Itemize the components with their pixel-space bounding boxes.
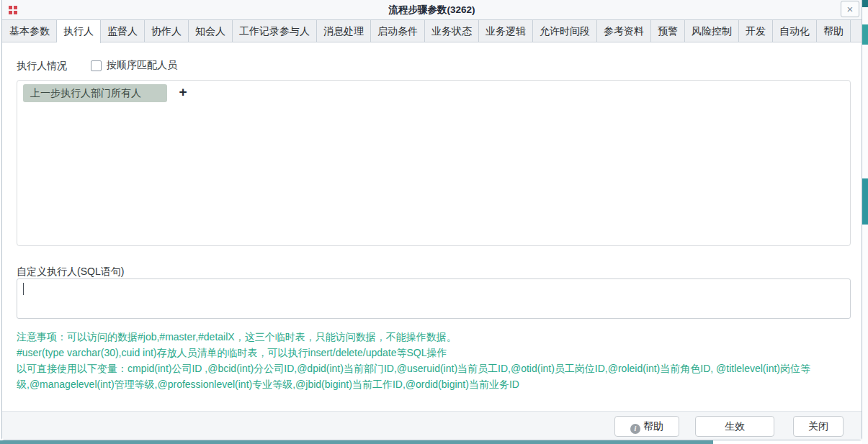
executor-chip[interactable]: 上一步执行人部门所有人 [23, 84, 167, 102]
text-cursor [23, 283, 24, 295]
process-step-parameters-dialog: 流程步骤参数(3262) × 基本参数执行人监督人协作人知会人工作记录参与人消息… [1, 0, 862, 440]
add-executor-button[interactable]: + [174, 83, 192, 101]
tab-16[interactable]: 帮助 [817, 20, 851, 42]
notes-line-2: #user(type varchar(30),cuid int)存放人员清单的临… [17, 345, 852, 361]
background-fragment [862, 0, 868, 7]
tab-0[interactable]: 基本参数 [2, 20, 57, 42]
tab-12[interactable]: 预警 [651, 20, 685, 42]
notes-line-3: 以可直接使用以下变量：cmpid(int)公司ID ,@bcid(int)分公司… [17, 361, 852, 392]
custom-executor-sql-label: 自定义执行人(SQL语句) [17, 266, 124, 278]
help-button[interactable]: i帮助 [614, 416, 679, 437]
tab-7[interactable]: 启动条件 [371, 20, 425, 42]
tab-2[interactable]: 监督人 [101, 20, 145, 42]
sql-textarea[interactable] [17, 278, 851, 319]
close-icon[interactable]: × [841, 1, 859, 17]
help-button-label: 帮助 [643, 420, 663, 432]
tab-6[interactable]: 消息处理 [317, 20, 371, 42]
tab-10[interactable]: 允许时间段 [533, 20, 597, 42]
order-match-row: 按顺序匹配人员 [91, 59, 177, 72]
tab-3[interactable]: 协作人 [145, 20, 189, 42]
background-page-right-edge [862, 0, 868, 444]
dialog-titlebar: 流程步骤参数(3262) × [2, 0, 862, 19]
dialog-footer: i帮助 生效 关闭 [2, 411, 862, 440]
notes-line-1: 注意事项：可以访问的数据#job,#master,#detailX，这三个临时表… [17, 329, 852, 345]
background-page-strip [0, 440, 713, 444]
background-fragment [862, 178, 868, 225]
tab-9[interactable]: 业务逻辑 [479, 20, 533, 42]
dialog-title: 流程步骤参数(3262) [2, 0, 862, 19]
order-match-checkbox-label: 按顺序匹配人员 [107, 59, 177, 72]
tab-8[interactable]: 业务状态 [425, 20, 479, 42]
tab-15[interactable]: 自动化 [773, 20, 817, 42]
executor-list-panel: 上一步执行人部门所有人 + [17, 80, 851, 246]
background-fragment [862, 24, 868, 45]
close-button[interactable]: 关闭 [793, 416, 844, 437]
tab-4[interactable]: 知会人 [189, 20, 233, 42]
order-match-checkbox[interactable] [91, 60, 102, 71]
tab-panel-executor: 执行人情况 按顺序匹配人员 上一步执行人部门所有人 + 自定义执行人(SQL语句… [2, 42, 862, 440]
tab-14[interactable]: 开发 [739, 20, 773, 42]
tab-11[interactable]: 参考资料 [597, 20, 651, 42]
apply-button[interactable]: 生效 [695, 416, 774, 437]
notes-block: 注意事项：可以访问的数据#job,#master,#detailX，这三个临时表… [17, 329, 852, 392]
info-icon: i [630, 424, 640, 434]
tab-13[interactable]: 风险控制 [685, 20, 739, 42]
tab-5[interactable]: 工作记录参与人 [233, 20, 317, 42]
executor-status-label: 执行人情况 [17, 60, 67, 73]
tab-bar: 基本参数执行人监督人协作人知会人工作记录参与人消息处理启动条件业务状态业务逻辑允… [2, 19, 862, 42]
tab-1[interactable]: 执行人 [57, 20, 101, 43]
